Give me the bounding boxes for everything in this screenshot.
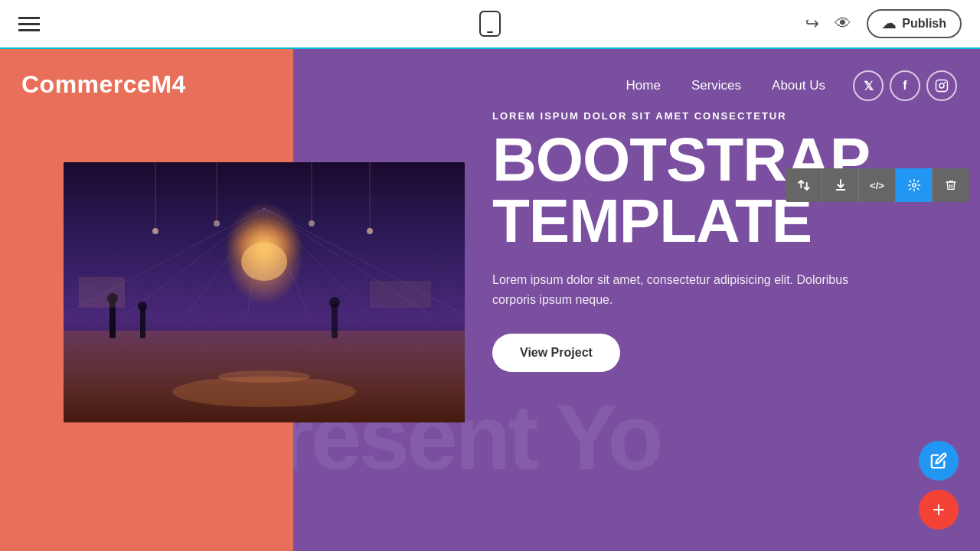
toolbar-center — [479, 11, 501, 37]
svg-rect-0 — [936, 80, 948, 92]
hero-image-container — [64, 162, 465, 422]
fab-container: + — [919, 441, 959, 530]
svg-point-23 — [329, 297, 340, 308]
svg-rect-24 — [79, 277, 125, 308]
svg-rect-22 — [332, 304, 338, 338]
svg-point-3 — [912, 184, 916, 187]
svg-point-14 — [241, 243, 287, 281]
hero-subtitle: LOREM ISPUM DOLOR SIT AMET CONSECTETUR — [492, 110, 965, 122]
settings-tool-button[interactable] — [896, 168, 933, 202]
hero-subtitle-rest: DOLOR SIT AMET CONSECTETUR — [580, 110, 787, 122]
svg-point-1 — [939, 83, 944, 88]
top-toolbar: ↩ 👁 ☁ Publish — [0, 0, 980, 49]
svg-rect-20 — [140, 308, 145, 338]
toolbar-left — [18, 17, 40, 31]
add-fab-icon: + — [933, 497, 945, 522]
site-brand: CommerceM4 — [0, 49, 293, 120]
delete-tool-button[interactable] — [933, 168, 969, 202]
svg-point-13 — [203, 208, 325, 300]
social-icons: 𝕏 f — [853, 70, 957, 101]
svg-rect-25 — [370, 281, 431, 308]
instagram-icon[interactable] — [926, 70, 957, 101]
svg-point-2 — [944, 82, 946, 83]
hero-description: Lorem ipsum dolor sit amet, consectetur … — [492, 270, 890, 309]
download-tool-button[interactable] — [822, 168, 859, 202]
section-toolbar: </> — [786, 168, 969, 202]
view-project-button[interactable]: View Project — [492, 334, 620, 372]
publish-button[interactable]: ☁ Publish — [867, 9, 962, 38]
svg-point-17 — [218, 370, 310, 383]
svg-line-8 — [247, 208, 264, 315]
twitter-icon[interactable]: 𝕏 — [853, 70, 884, 101]
preview-icon[interactable]: 👁 — [835, 14, 851, 34]
sort-tool-button[interactable] — [786, 168, 822, 202]
menu-icon[interactable] — [18, 17, 40, 31]
site-nav: Home Services About Us 𝕏 f — [293, 49, 980, 101]
hero-subtitle-bold: LOREM ISPUM — [492, 110, 580, 122]
toolbar-right: ↩ 👁 ☁ Publish — [805, 9, 962, 38]
nav-services[interactable]: Services — [676, 78, 756, 93]
hero-content: LOREM ISPUM DOLOR SIT AMET CONSECTETUR B… — [492, 110, 965, 372]
canvas: CommerceM4 Home Services About Us 𝕏 f — [0, 49, 980, 551]
svg-point-21 — [138, 302, 147, 311]
add-fab-button[interactable]: + — [919, 490, 959, 530]
facebook-icon[interactable]: f — [890, 70, 920, 101]
mobile-preview-icon[interactable] — [479, 11, 501, 37]
edit-fab-button[interactable] — [919, 441, 959, 481]
cloud-upload-icon: ☁ — [882, 15, 896, 32]
hero-image — [64, 162, 465, 422]
nav-about[interactable]: About Us — [756, 78, 841, 93]
code-tool-button[interactable]: </> — [859, 168, 896, 202]
undo-icon[interactable]: ↩ — [805, 14, 819, 34]
nav-home[interactable]: Home — [611, 78, 676, 93]
publish-label: Publish — [902, 17, 946, 31]
